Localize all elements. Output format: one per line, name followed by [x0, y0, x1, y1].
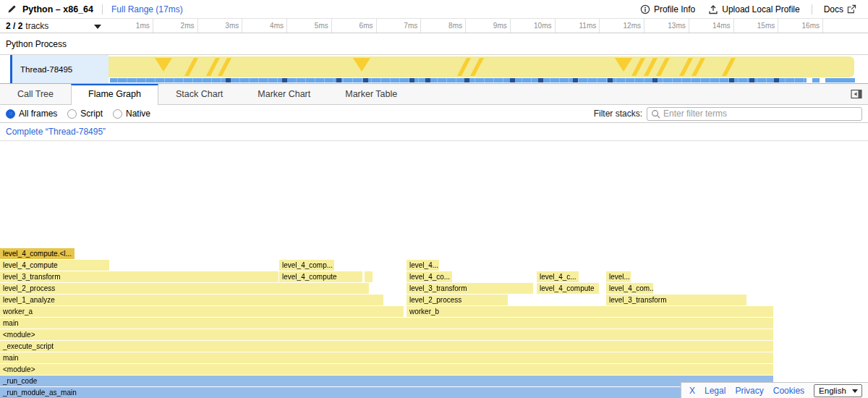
- tab-call-tree[interactable]: Call Tree: [0, 84, 71, 104]
- ruler-tick: 12ms: [600, 19, 644, 33]
- process-track-label: Python Process: [6, 39, 67, 49]
- radio-all-frames[interactable]: All frames: [6, 109, 57, 119]
- footer-link-legal[interactable]: Legal: [705, 386, 726, 396]
- profile-info-button[interactable]: Profile Info: [636, 4, 699, 14]
- radio-dot-icon: [113, 109, 122, 119]
- ruler-tick: 15ms: [734, 19, 779, 33]
- ruler-tick: 3ms: [198, 19, 243, 33]
- flame-frame[interactable]: level_3_transform: [407, 283, 533, 294]
- ruler-tick: 6ms: [332, 19, 377, 33]
- breadcrumb-root-link[interactable]: Complete “Thread-78495”: [6, 127, 106, 137]
- flame-frame[interactable]: <module>: [0, 364, 773, 375]
- flame-frame[interactable]: _run_module_as_main: [0, 387, 773, 398]
- full-range-link[interactable]: Full Range (17ms): [111, 4, 183, 14]
- flame-frame[interactable]: level_1_analyze: [0, 295, 383, 305]
- flame-frame[interactable]: level_3_transform: [0, 271, 278, 282]
- radio-dot-icon: [67, 109, 77, 119]
- flame-graph-canvas: level_4_compute.<l...level_4_computeleve…: [0, 141, 868, 398]
- flame-frame[interactable]: level_4_com...: [606, 283, 653, 294]
- tab-marker-chart[interactable]: Marker Chart: [240, 84, 328, 104]
- flame-frame[interactable]: level_2_process: [0, 283, 369, 294]
- breadcrumb: Complete “Thread-78495”: [0, 123, 868, 141]
- radio-native[interactable]: Native: [113, 109, 150, 119]
- tab-marker-table[interactable]: Marker Table: [328, 84, 414, 104]
- flame-frame[interactable]: main: [0, 352, 773, 363]
- flame-frame[interactable]: worker_b: [407, 306, 773, 317]
- edit-pencil-icon[interactable]: [7, 4, 17, 14]
- header-divider: [812, 4, 812, 14]
- ruler-tick: 13ms: [644, 19, 689, 33]
- flame-frame[interactable]: level_4_compute: [537, 283, 599, 294]
- ruler-tick: 7ms: [377, 19, 422, 33]
- flame-graph-toolbar: All frames Script Native Filter stacks:: [0, 105, 868, 123]
- filter-input-wrap: [647, 107, 862, 121]
- thread-track-row: Thread-78495: [0, 55, 868, 84]
- ruler-tick: 14ms: [689, 19, 734, 33]
- flame-frame[interactable]: level_2_process: [407, 295, 508, 305]
- filter-input[interactable]: [663, 109, 858, 119]
- flame-frame[interactable]: level...: [606, 271, 631, 282]
- ruler-tick: 2ms: [153, 19, 198, 33]
- sidebar-toggle-icon[interactable]: [851, 89, 862, 99]
- timeline-ruler: 1ms2ms3ms4ms5ms6ms7ms8ms9ms10ms11ms12ms1…: [109, 19, 868, 33]
- docs-button[interactable]: Docs: [820, 4, 861, 14]
- thread-activity-track[interactable]: [109, 55, 868, 83]
- language-select[interactable]: English (US): [814, 384, 862, 397]
- ruler-tick: 11ms: [556, 19, 600, 33]
- flame-frame[interactable]: main: [0, 318, 773, 329]
- flame-frame[interactable]: worker_a: [0, 306, 404, 317]
- tracks-count: 2 / 2: [6, 21, 22, 31]
- flame-frame[interactable]: level_4_compute.<l...: [0, 248, 75, 259]
- tracks-dropdown[interactable]: 2 / 2 tracks: [0, 19, 109, 33]
- thread-track-label: Thread-78495: [20, 65, 72, 74]
- app-header: Python – x86_64 Full Range (17ms) Profil…: [0, 0, 868, 19]
- flame-frame[interactable]: level_4...: [407, 260, 439, 271]
- footer-link-x[interactable]: X: [689, 386, 695, 396]
- ruler-tick: 1ms: [109, 19, 153, 33]
- flame-frame[interactable]: level_3_transform: [606, 295, 746, 305]
- timeline-header: 2 / 2 tracks 1ms2ms3ms4ms5ms6ms7ms8ms9ms…: [0, 19, 868, 33]
- flame-graph: level_4_compute.<l...level_4_computeleve…: [0, 141, 868, 398]
- flame-frame[interactable]: _execute_script: [0, 341, 773, 352]
- profile-title[interactable]: Python – x86_64: [22, 4, 93, 14]
- external-link-icon: [847, 4, 856, 14]
- flame-frame[interactable]: level_4_co...: [407, 271, 452, 282]
- flame-frame[interactable]: level_4_comp...: [279, 260, 334, 271]
- flame-frame[interactable]: level_4_compute: [0, 260, 109, 271]
- ruler-tick: 4ms: [242, 19, 287, 33]
- tab-flame-graph[interactable]: Flame Graph: [71, 84, 158, 105]
- filter-stacks-label: Filter stacks:: [594, 109, 642, 119]
- samples-strip: [110, 78, 855, 82]
- footer-link-privacy[interactable]: Privacy: [735, 386, 763, 396]
- thread-track-header[interactable]: Thread-78495: [0, 55, 109, 83]
- flame-frame[interactable]: <module>: [0, 329, 773, 340]
- ruler-tick: 5ms: [287, 19, 332, 33]
- search-icon: [651, 109, 660, 119]
- ruler-tick: 8ms: [421, 19, 466, 33]
- radio-script[interactable]: Script: [67, 109, 103, 119]
- flame-frame[interactable]: _run_code: [0, 376, 773, 386]
- cpu-activity-graph: [109, 56, 857, 83]
- tracks-word: tracks: [25, 21, 48, 31]
- ruler-tick: 10ms: [511, 19, 556, 33]
- footer-bar: X Legal Privacy Cookies English (US): [681, 382, 868, 398]
- header-divider: [102, 4, 103, 14]
- radio-dot-icon: [6, 109, 15, 119]
- flame-frame[interactable]: level_4_compute: [279, 271, 362, 282]
- ruler-tick: 16ms: [778, 19, 823, 33]
- info-icon: [640, 4, 650, 14]
- upload-icon: [708, 4, 718, 14]
- flame-frame[interactable]: [365, 271, 373, 282]
- ruler-tick: 9ms: [466, 19, 511, 33]
- panel-tab-bar: Call Tree Flame Graph Stack Chart Marker…: [0, 84, 868, 105]
- flame-frame[interactable]: level_4_c...: [537, 271, 579, 282]
- upload-profile-button[interactable]: Upload Local Profile: [704, 4, 804, 14]
- tab-stack-chart[interactable]: Stack Chart: [158, 84, 240, 104]
- footer-link-cookies[interactable]: Cookies: [773, 386, 804, 396]
- process-track-row[interactable]: Python Process: [0, 33, 868, 55]
- chevron-down-icon: [94, 25, 101, 29]
